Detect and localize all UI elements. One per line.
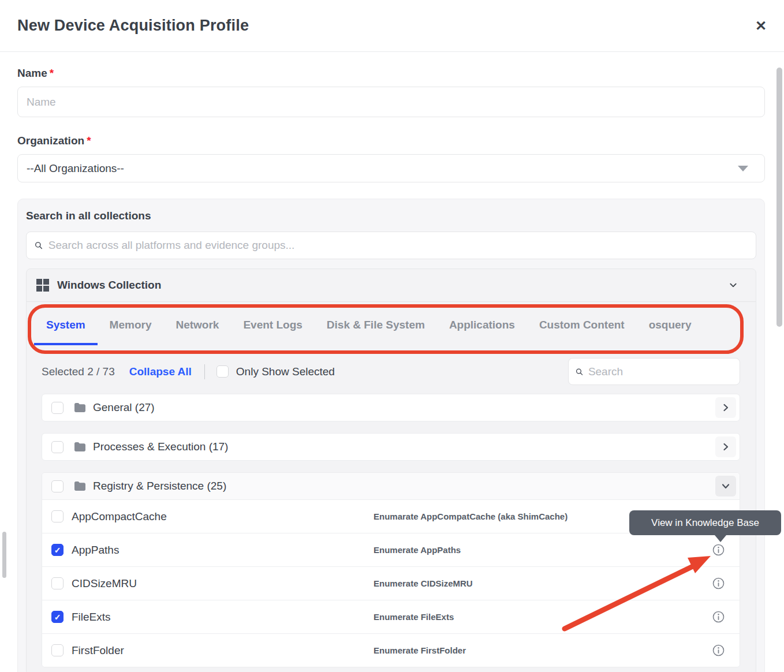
evidence-name: FileExts (72, 611, 374, 624)
evidence-description: Enumerate FileExts (374, 612, 712, 622)
evidence-row-fileexts: ✓ FileExts Enumerate FileExts (42, 600, 740, 633)
tab-disk-file-system[interactable]: Disk & File System (315, 307, 437, 345)
tooltip-view-in-knowledge-base: View in Knowledge Base (629, 510, 781, 535)
name-field[interactable] (17, 87, 765, 117)
folder-icon (74, 402, 86, 413)
left-scrollbar-thumb[interactable] (2, 532, 6, 578)
info-icon[interactable] (712, 611, 725, 623)
tab-custom-content[interactable]: Custom Content (527, 307, 637, 345)
organization-label-text: Organization (17, 135, 84, 147)
evidence-checkbox[interactable]: ✓ (51, 544, 64, 556)
search-icon (576, 368, 583, 376)
expand-group-button[interactable] (715, 397, 736, 418)
tab-system[interactable]: System (34, 307, 98, 345)
collection-tabs: System Memory Network Event Logs Disk & … (27, 302, 756, 350)
collections-panel: Search in all collections Windows Collec… (17, 199, 765, 672)
close-icon[interactable]: ✕ (755, 19, 767, 33)
group-row[interactable]: General (27) (42, 394, 740, 421)
organization-select[interactable]: --All Organizations-- (17, 154, 765, 182)
evidence-description: Enumerate CIDSizeMRU (374, 578, 712, 588)
evidence-checkbox[interactable] (51, 644, 64, 656)
info-icon[interactable] (712, 577, 725, 589)
name-label-text: Name (17, 67, 47, 79)
name-label: Name* (17, 67, 765, 80)
collection-search-input[interactable] (588, 365, 733, 378)
group-card-processes-execution: Processes & Execution (17) (42, 433, 740, 461)
group-card-general: General (27) (42, 394, 740, 421)
tab-memory[interactable]: Memory (98, 307, 164, 345)
group-checkbox[interactable] (51, 441, 64, 453)
info-icon[interactable] (712, 544, 725, 556)
collection-title: Windows Collection (57, 279, 161, 292)
required-asterisk: * (50, 67, 54, 79)
required-asterisk: * (87, 135, 91, 147)
tab-osquery[interactable]: osquery (637, 307, 704, 345)
selected-count: Selected 2 / 73 (42, 365, 115, 378)
chevron-right-icon (721, 403, 730, 412)
collection-search-box[interactable] (568, 358, 740, 385)
group-checkbox[interactable] (51, 480, 64, 492)
caret-down-icon (738, 166, 748, 171)
group-row[interactable]: Processes & Execution (17) (42, 434, 740, 460)
evidence-row-apppaths: ✓ AppPaths Enumerate AppPaths (42, 533, 740, 566)
evidence-row-cidsizemru: CIDSizeMRU Enumerate CIDSizeMRU (42, 566, 740, 600)
group-row[interactable]: Registry & Persistence (25) (42, 473, 740, 499)
organization-select-value: --All Organizations-- (27, 162, 124, 175)
group-label: General (27) (93, 401, 155, 414)
windows-collection-card: Windows Collection System Memory Network… (26, 268, 756, 672)
tooltip-text: View in Knowledge Base (651, 517, 759, 529)
evidence-name: FirstFolder (72, 644, 374, 657)
tab-network[interactable]: Network (163, 307, 231, 345)
only-show-selected-label: Only Show Selected (236, 365, 335, 378)
right-scrollbar-thumb[interactable] (776, 68, 782, 327)
group-label: Processes & Execution (17) (93, 440, 228, 453)
page-title: New Device Acquisition Profile (17, 17, 249, 35)
folder-icon (74, 442, 86, 452)
organization-label: Organization* (17, 135, 765, 147)
selection-toolbar: Selected 2 / 73 Collapse All Only Show S… (42, 350, 740, 394)
info-icon[interactable] (712, 644, 725, 656)
tab-event-logs[interactable]: Event Logs (231, 307, 314, 345)
collections-section-title: Search in all collections (26, 210, 756, 222)
global-search-box[interactable] (26, 232, 756, 259)
chevron-down-icon (721, 481, 730, 491)
evidence-description: Enumerate AppPaths (374, 545, 712, 555)
global-search-input[interactable] (48, 239, 748, 252)
evidence-name: CIDSizeMRU (72, 577, 374, 590)
collapse-all-link[interactable]: Collapse All (129, 365, 192, 378)
group-label: Registry & Persistence (25) (93, 480, 226, 492)
tab-applications[interactable]: Applications (437, 307, 527, 345)
chevron-down-icon (729, 281, 737, 289)
evidence-checkbox[interactable] (51, 577, 64, 589)
folder-icon (74, 481, 86, 491)
evidence-name: AppCompactCache (72, 510, 374, 523)
evidence-description: Enumerate FirstFolder (374, 645, 712, 655)
expand-group-button[interactable] (715, 436, 736, 457)
tooltip-caret (715, 535, 726, 542)
modal-header: New Device Acquisition Profile ✕ (0, 0, 784, 52)
modal-body: Name* Organization* --All Organizations-… (0, 52, 784, 672)
windows-collection-header[interactable]: Windows Collection (27, 269, 756, 302)
group-checkbox[interactable] (51, 402, 64, 414)
search-icon (35, 241, 43, 249)
toolbar-divider (204, 364, 205, 379)
evidence-name: AppPaths (72, 544, 374, 557)
evidence-checkbox[interactable] (51, 510, 64, 522)
evidence-checkbox[interactable]: ✓ (51, 611, 64, 623)
chevron-right-icon (721, 442, 730, 451)
windows-logo-icon (36, 279, 49, 292)
collapse-group-button[interactable] (715, 476, 736, 496)
evidence-row-firstfolder: FirstFolder Enumerate FirstFolder (42, 633, 740, 667)
only-show-selected-checkbox[interactable] (216, 365, 229, 378)
group-card-registry-persistence: Registry & Persistence (25) AppCompactCa… (42, 472, 740, 667)
